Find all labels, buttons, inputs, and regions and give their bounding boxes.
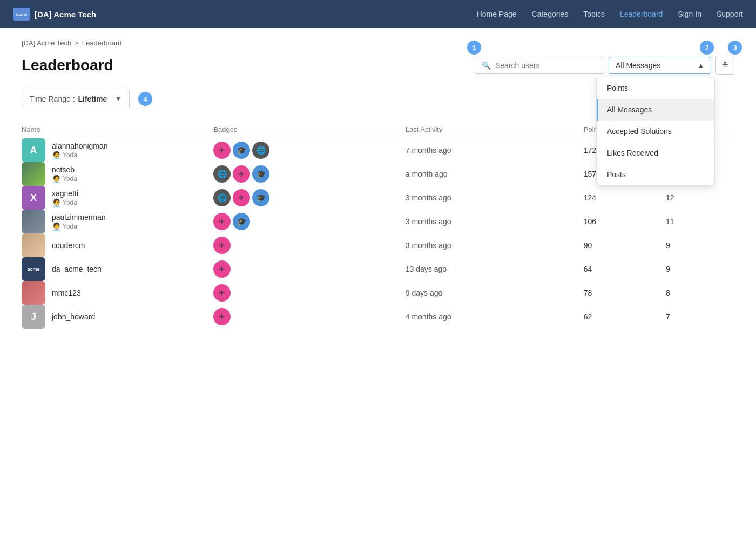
badge-icon: ✈ <box>233 189 250 206</box>
user-rank: 🧑‍💼 Yoda <box>52 151 108 159</box>
breadcrumb-current: Leaderboard <box>82 39 122 47</box>
username[interactable]: coudercm <box>52 241 85 250</box>
dropdown-menu: Points All Messages Accepted Solutions L… <box>596 77 715 186</box>
badges-cell: ✈🎓 <box>213 210 405 233</box>
brand[interactable]: acme [DA] Acme Tech <box>13 8 96 21</box>
table-row: X xagnetti 🧑‍💼 Yoda 🌐✈🎓 3 months ago 124… <box>22 186 734 210</box>
chevron-up-icon: ▲ <box>698 62 704 69</box>
breadcrumb-separator: > <box>75 39 79 47</box>
navbar: acme [DA] Acme Tech Home Page Categories… <box>0 0 756 28</box>
bubble-3: 3 <box>728 41 742 55</box>
user-info: paulzimmerman 🧑‍💼 Yoda <box>52 212 106 231</box>
username[interactable]: paulzimmerman <box>52 213 106 222</box>
badge-icon: 🎓 <box>252 189 269 206</box>
messages-cell: 12 <box>666 186 734 210</box>
username[interactable]: john_howard <box>52 312 95 321</box>
messages-cell: 8 <box>666 281 734 305</box>
badges-cell: 🌐✈🎓 <box>213 186 405 210</box>
col-header-badges: Badges <box>213 121 405 138</box>
col-header-last-activity: Last Activity <box>406 121 584 138</box>
brand-logo: acme <box>13 8 30 21</box>
nav-categories[interactable]: Categories <box>532 10 569 18</box>
badge-icon: ✈ <box>213 237 231 254</box>
table-row: J john_howard ✈ 4 months ago 62 7 <box>22 305 734 329</box>
nav-signin[interactable]: Sign In <box>678 10 701 18</box>
nav-home[interactable]: Home Page <box>477 10 517 18</box>
name-cell: coudercm <box>22 233 213 257</box>
points-cell: 124 <box>584 186 666 210</box>
search-box[interactable]: 🔍 <box>475 57 604 74</box>
name-cell: A alannahonigman 🧑‍💼 Yoda <box>22 138 213 163</box>
badges-cell: ✈ <box>213 305 405 329</box>
badge-icon: ✈ <box>213 308 231 325</box>
bubble-4: 4 <box>138 92 152 106</box>
badge-icon: 🎓 <box>233 142 250 159</box>
nav-support[interactable]: Support <box>717 10 743 18</box>
last-activity-cell: 4 months ago <box>406 305 584 329</box>
dropdown-item-points[interactable]: Points <box>597 77 714 99</box>
nav-topics[interactable]: Topics <box>583 10 605 18</box>
breadcrumb-home[interactable]: [DA] Acme Tech <box>22 39 71 47</box>
user-rank: 🧑‍💼 Yoda <box>52 222 106 231</box>
badge-icon: ✈ <box>213 260 231 278</box>
bubble-1: 1 <box>467 41 481 55</box>
avatar <box>22 281 45 305</box>
name-cell: mmc123 <box>22 281 213 305</box>
badge-icon: ✈ <box>213 284 231 302</box>
user-rank: 🧑‍💼 Yoda <box>52 198 78 207</box>
messages-cell: 9 <box>666 233 734 257</box>
search-input[interactable] <box>495 61 597 70</box>
username[interactable]: alannahonigman <box>52 142 108 150</box>
badges-cell: ✈🎓🌐 <box>213 138 405 163</box>
badges-cell: 🌐✈🎓 <box>213 162 405 186</box>
time-range-value: Lifetime <box>78 95 107 103</box>
points-cell: 106 <box>584 210 666 233</box>
filter-label: All Messages <box>616 61 660 70</box>
badges-cell: ✈ <box>213 233 405 257</box>
username[interactable]: netseb <box>52 165 75 174</box>
last-activity-cell: 3 months ago <box>406 233 584 257</box>
user-info: alannahonigman 🧑‍💼 Yoda <box>52 141 108 159</box>
bubble-2: 2 <box>700 41 714 55</box>
last-activity-cell: a month ago <box>406 162 584 186</box>
badge-icon: ✈ <box>213 213 231 230</box>
nav-leaderboard[interactable]: Leaderboard <box>620 10 663 18</box>
time-range-label: Time Range : <box>30 95 75 103</box>
avatar: J <box>22 305 45 329</box>
username[interactable]: mmc123 <box>52 289 81 297</box>
last-activity-cell: 7 months ago <box>406 138 584 163</box>
user-rank: 🧑‍💼 Yoda <box>52 175 77 183</box>
dropdown-item-accepted-solutions[interactable]: Accepted Solutions <box>597 121 714 142</box>
last-activity-cell: 9 days ago <box>406 281 584 305</box>
avatar <box>22 210 45 233</box>
breadcrumb: [DA] Acme Tech > Leaderboard <box>22 39 734 47</box>
badge-icon: 🌐 <box>252 142 269 159</box>
name-cell: paulzimmerman 🧑‍💼 Yoda <box>22 210 213 233</box>
username[interactable]: xagnetti <box>52 189 78 198</box>
badge-icon: 🎓 <box>233 213 250 230</box>
user-info: da_acme_tech <box>52 264 102 274</box>
time-range-select[interactable]: Time Range : Lifetime ▼ <box>22 90 130 108</box>
dropdown-item-all-messages[interactable]: All Messages <box>597 99 714 121</box>
last-activity-cell: 3 months ago <box>406 210 584 233</box>
dropdown-item-likes-received[interactable]: Likes Received <box>597 142 714 164</box>
filter-dropdown[interactable]: All Messages ▲ <box>609 57 711 74</box>
badge-icon: ✈ <box>233 165 250 183</box>
avatar: A <box>22 138 45 162</box>
avatar: acme <box>22 257 45 281</box>
sort-button[interactable]: ≛ <box>716 56 734 75</box>
badges-cell: ✈ <box>213 281 405 305</box>
page-title: Leaderboard <box>22 57 113 74</box>
sort-icon: ≛ <box>721 60 728 70</box>
points-cell: 90 <box>584 233 666 257</box>
col-header-name: Name <box>22 121 213 138</box>
name-cell: X xagnetti 🧑‍💼 Yoda <box>22 186 213 210</box>
messages-cell: 9 <box>666 257 734 281</box>
user-info: coudercm <box>52 240 85 250</box>
username[interactable]: da_acme_tech <box>52 265 102 273</box>
dropdown-item-posts[interactable]: Posts <box>597 164 714 185</box>
avatar: X <box>22 186 45 210</box>
points-cell: 64 <box>584 257 666 281</box>
toolbar: 1 🔍 2 All Messages ▲ 3 ≛ Point <box>475 56 734 75</box>
avatar <box>22 233 45 257</box>
